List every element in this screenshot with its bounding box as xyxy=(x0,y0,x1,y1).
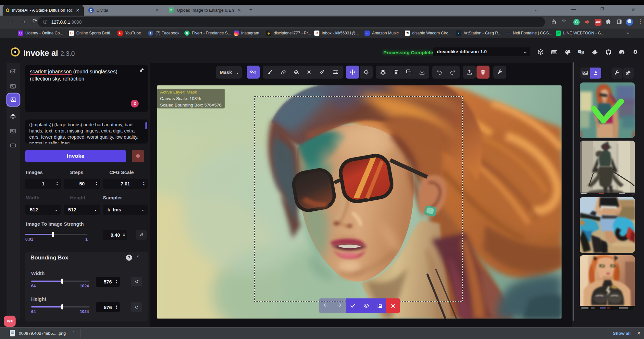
svg-text:文: 文 xyxy=(581,51,584,54)
svg-text:A: A xyxy=(579,50,581,53)
